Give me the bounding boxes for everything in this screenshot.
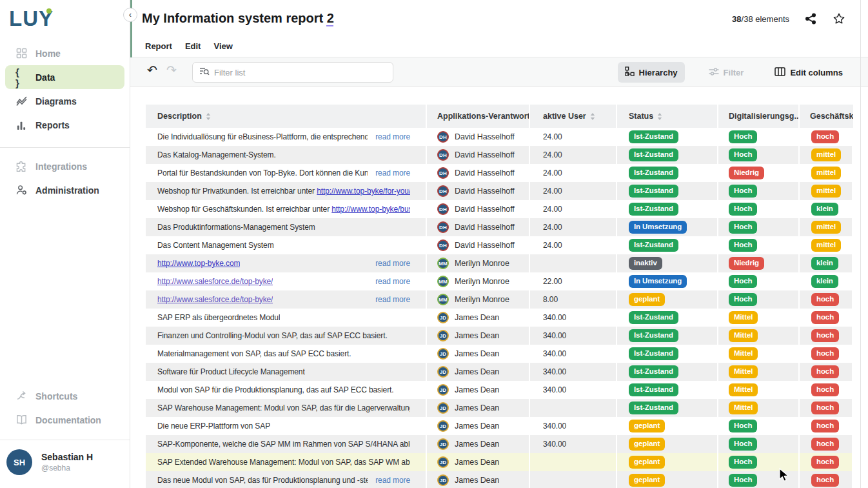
- description-cell: Modul von SAP für die Produktionsplanung…: [146, 381, 427, 399]
- table-row[interactable]: Finanzen und Controlling-Modul von SAP, …: [146, 327, 853, 345]
- table-row[interactable]: Das neue Modul von SAP, das für Produkti…: [146, 471, 853, 488]
- description-text: SAP Warehouse Management: Modul von SAP,…: [157, 403, 410, 412]
- digitalisierungsgrad-badge-cell: Hoch: [718, 417, 800, 435]
- table-row[interactable]: Portal für Bestandskunden von Top-Byke. …: [146, 164, 853, 182]
- status-badge-cell: Ist-Zustand: [617, 363, 718, 381]
- owner-avatar: JD: [437, 456, 449, 468]
- digitalisierungsgrad-badge-cell: Niedrig: [718, 164, 800, 182]
- table-row[interactable]: Webshop für Privatkunden. Ist erreichbar…: [146, 182, 853, 200]
- filter-list-field[interactable]: [192, 62, 393, 83]
- collapse-sidebar-button[interactable]: ‹: [123, 8, 137, 22]
- menu-report[interactable]: Report: [145, 41, 172, 51]
- geschaeftskritikalitaet-badge-cell: hoch: [800, 128, 853, 146]
- table-row[interactable]: Das Content Management SystemDHDavid Has…: [146, 236, 853, 254]
- description-text: http://www.top-byke.com: [157, 259, 240, 268]
- column-header-active-user[interactable]: aktive User: [530, 105, 617, 128]
- table-row[interactable]: SAP Warehouse Management: Modul von SAP,…: [146, 399, 853, 417]
- table-row[interactable]: SAP Extended Warehouse Management: Modul…: [146, 453, 853, 471]
- table-row[interactable]: SAP ERP als übergeordnetes ModulJDJames …: [146, 309, 853, 327]
- line-chart-icon: [15, 96, 27, 107]
- owner-avatar: DH: [437, 149, 449, 161]
- table-row[interactable]: Das Katalog-Management-System.DHDavid Ha…: [146, 146, 853, 164]
- table-row[interactable]: Das Produktinformations-Management Syste…: [146, 218, 853, 236]
- sidebar-item-diagrams[interactable]: Diagrams: [5, 89, 124, 113]
- description-text: Finanzen und Controlling-Modul von SAP, …: [157, 331, 388, 340]
- description-cell: Portal für Bestandskunden von Top-Byke. …: [146, 164, 427, 182]
- table-body: Die Individuallösung für eBusiness-Platt…: [146, 128, 853, 488]
- owner-cell: DHDavid Hasselhoff: [427, 146, 530, 164]
- column-header-geschaeftskritikalitaet[interactable]: Geschäftskritik: [800, 105, 853, 128]
- read-more-link[interactable]: read more: [368, 476, 410, 485]
- description-link[interactable]: http://www.salesforce.de/top-byke/: [157, 295, 273, 304]
- read-more-link[interactable]: read more: [368, 277, 410, 286]
- elements-count-rest: /38 elements: [742, 14, 789, 24]
- column-header-owner[interactable]: Applikations-Verantwort...: [427, 105, 530, 128]
- edit-columns-button[interactable]: Edit columns: [767, 63, 850, 83]
- undo-icon[interactable]: ↶: [147, 63, 157, 77]
- description-link[interactable]: http://www.salesforce.de/top-byke/: [157, 277, 273, 286]
- user-profile[interactable]: SH Sebastian H @sebha: [0, 440, 130, 488]
- description-link[interactable]: http://www.top-byke/for-you/: [317, 187, 410, 196]
- sidebar-item-label: Home: [35, 48, 61, 59]
- scrollbar-track[interactable]: [860, 0, 861, 488]
- sidebar-item-reports[interactable]: Reports: [5, 113, 124, 137]
- favorite-star-icon[interactable]: [832, 12, 846, 26]
- owner-cell: MMMerilyn Monroe: [427, 272, 530, 290]
- digitalisierungsgrad-badge: Hoch: [729, 203, 757, 216]
- status-badge: inaktiv: [629, 257, 662, 270]
- table-row[interactable]: Die Individuallösung für eBusiness-Platt…: [146, 128, 853, 146]
- geschaeftskritikalitaet-badge-cell: mittel: [800, 218, 853, 236]
- menu-view[interactable]: View: [213, 41, 232, 51]
- table-row[interactable]: SAP-Komponente, welche die SAP MM im Rah…: [146, 435, 853, 453]
- read-more-link[interactable]: read more: [368, 295, 410, 304]
- sidebar-item-shortcuts[interactable]: Shortcuts: [5, 384, 124, 408]
- digitalisierungsgrad-badge: Hoch: [729, 456, 757, 469]
- column-header-status[interactable]: Status: [617, 105, 718, 128]
- read-more-link[interactable]: read more: [368, 259, 410, 268]
- digitalisierungsgrad-badge-cell: Hoch: [718, 272, 800, 290]
- share-icon[interactable]: [804, 12, 818, 26]
- sidebar-item-documentation[interactable]: Documentation: [5, 408, 124, 432]
- table-row[interactable]: Die neue ERP-Plattform von SAPJDJames De…: [146, 417, 853, 435]
- geschaeftskritikalitaet-badge: hoch: [811, 130, 839, 143]
- active-user-cell: 340.00: [530, 309, 617, 327]
- owner-cell: JDJames Dean: [427, 363, 530, 381]
- digitalisierungsgrad-badge-cell: Mittel: [718, 327, 800, 345]
- filter-list-input[interactable]: [214, 68, 386, 77]
- owner-cell: JDJames Dean: [427, 381, 530, 399]
- read-more-link[interactable]: read more: [368, 132, 410, 141]
- luy-logo[interactable]: LUY: [0, 0, 130, 41]
- owner-avatar: JD: [437, 348, 449, 360]
- status-badge: geplant: [629, 438, 665, 451]
- hierarchy-button[interactable]: Hierarchy: [618, 62, 685, 83]
- table-row[interactable]: http://www.salesforce.de/top-byke/read m…: [146, 290, 853, 309]
- status-badge-cell: Ist-Zustand: [617, 236, 718, 254]
- description-text: Software für Product Lifecycle Managemen…: [157, 367, 305, 376]
- geschaeftskritikalitaet-badge-cell: hoch: [800, 363, 853, 381]
- column-header-digitalisierungsgrad[interactable]: Digitalisierungsg...: [718, 105, 800, 128]
- owner-avatar: DH: [437, 131, 449, 143]
- menu-edit[interactable]: Edit: [185, 41, 201, 51]
- sidebar-item-integrations: Integrations: [5, 154, 124, 178]
- elements-count-bold: 38: [732, 14, 741, 24]
- table-row[interactable]: http://www.top-byke.comread moreMMMerily…: [146, 254, 853, 272]
- description-link[interactable]: http://www.top-byke.com: [157, 259, 240, 268]
- table-row[interactable]: Materialmanagement von SAP, das auf SAP …: [146, 345, 853, 363]
- table-row[interactable]: Webshop für Geschäftskunden. Ist erreich…: [146, 200, 853, 218]
- column-header-description[interactable]: Description: [146, 105, 427, 128]
- table-row[interactable]: Modul von SAP für die Produktionsplanung…: [146, 381, 853, 399]
- sidebar-item-data[interactable]: { } Data: [5, 65, 124, 89]
- owner-avatar: DH: [437, 221, 449, 233]
- description-text: Materialmanagement von SAP, das auf SAP …: [157, 349, 351, 358]
- sidebar-item-administration[interactable]: Administration: [5, 178, 124, 202]
- read-more-link[interactable]: read more: [368, 168, 410, 178]
- active-user-cell: 340.00: [530, 345, 617, 363]
- status-badge: geplant: [629, 474, 665, 487]
- table-row[interactable]: Software für Product Lifecycle Managemen…: [146, 363, 853, 381]
- table-row[interactable]: http://www.salesforce.de/top-byke/read m…: [146, 272, 853, 290]
- digitalisierungsgrad-badge-cell: Hoch: [718, 471, 800, 488]
- status-badge: Ist-Zustand: [629, 365, 678, 378]
- user-gear-icon: [15, 185, 27, 196]
- active-user-cell: 24.00: [530, 236, 617, 254]
- description-link[interactable]: http://www.top-byke/business/: [331, 205, 410, 214]
